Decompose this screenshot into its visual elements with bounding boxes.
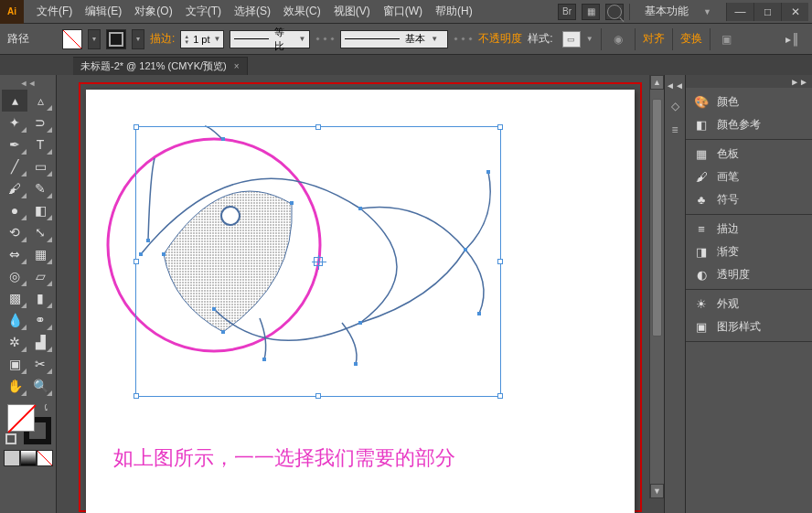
- panel-swatches[interactable]: ▦色板: [686, 143, 812, 166]
- menu-help[interactable]: 帮助(H): [430, 1, 478, 22]
- stroke-dropdown-icon[interactable]: ▾: [132, 29, 144, 49]
- symbol-sprayer-tool[interactable]: ✲: [2, 331, 27, 353]
- magic-wand-tool[interactable]: ✦: [2, 112, 27, 134]
- fill-swatch[interactable]: [62, 29, 82, 49]
- search-icon[interactable]: [605, 4, 624, 20]
- stepper-down-icon[interactable]: ▼: [184, 39, 189, 45]
- control-overflow-icon[interactable]: ▸║: [780, 33, 805, 46]
- strip-icon-2[interactable]: ≡: [667, 122, 683, 138]
- resize-handle-w[interactable]: [134, 259, 139, 264]
- scroll-up-icon[interactable]: ▲: [650, 75, 664, 90]
- resize-handle-ne[interactable]: [497, 124, 503, 130]
- menu-window[interactable]: 窗口(W): [378, 1, 428, 22]
- hand-tool[interactable]: ✋: [2, 375, 27, 397]
- stroke-label[interactable]: 描边:: [150, 31, 175, 47]
- resize-handle-nw[interactable]: [134, 124, 139, 130]
- menu-object[interactable]: 对象(O): [129, 1, 177, 22]
- menu-edit[interactable]: 编辑(E): [80, 1, 127, 22]
- pencil-tool[interactable]: ✎: [27, 177, 53, 199]
- bridge-icon[interactable]: Br: [558, 4, 576, 20]
- mesh-tool[interactable]: ▩: [2, 287, 27, 309]
- panel-symbols[interactable]: ♣符号: [686, 188, 812, 211]
- canvas-area[interactable]: 如上图所示，一一选择我们需要的部分 ▲ ▼: [57, 75, 664, 513]
- panel-color-guide[interactable]: ◧颜色参考: [686, 113, 812, 136]
- selection-tool[interactable]: ▴: [2, 90, 27, 112]
- artboard[interactable]: 如上图所示，一一选择我们需要的部分: [86, 90, 635, 513]
- brush-selector[interactable]: 基本 ▼: [340, 30, 448, 48]
- perspective-tool[interactable]: ▱: [27, 265, 53, 287]
- resize-handle-n[interactable]: [315, 124, 321, 130]
- line-tool[interactable]: ╱: [2, 155, 27, 177]
- panel-stroke[interactable]: ≡描边: [686, 218, 812, 240]
- fill-dropdown-icon[interactable]: ▾: [88, 29, 101, 49]
- resize-handle-e[interactable]: [497, 259, 503, 264]
- panel-appearance[interactable]: ☀外观: [686, 293, 812, 315]
- tools-collapse-icon[interactable]: ◄◄: [2, 79, 54, 90]
- isolate-icon[interactable]: ▣: [718, 30, 736, 48]
- vertical-scrollbar[interactable]: ▲ ▼: [649, 75, 664, 498]
- maximize-button[interactable]: □: [753, 3, 781, 21]
- free-transform-tool[interactable]: ▦: [27, 243, 53, 265]
- panel-gradient[interactable]: ◨渐变: [686, 240, 812, 263]
- tab-close-icon[interactable]: ×: [234, 61, 240, 71]
- selection-bounding-box[interactable]: [135, 126, 501, 397]
- color-mode-gradient[interactable]: [20, 450, 37, 466]
- paintbrush-tool[interactable]: 🖌: [2, 177, 27, 199]
- align-label[interactable]: 对齐: [643, 31, 665, 47]
- expand-strip-icon[interactable]: ◄◄: [666, 80, 684, 91]
- resize-handle-se[interactable]: [497, 393, 503, 399]
- arrange-docs-icon[interactable]: ▦: [582, 4, 600, 20]
- gradient-tool[interactable]: ▮: [27, 287, 53, 309]
- slice-tool[interactable]: ✂: [27, 353, 53, 375]
- eyedropper-tool[interactable]: 💧: [2, 309, 27, 331]
- panel-graphic-styles[interactable]: ▣图形样式: [686, 315, 812, 338]
- resize-handle-sw[interactable]: [134, 393, 139, 399]
- graph-tool[interactable]: ▟: [27, 331, 53, 353]
- default-fill-stroke-icon[interactable]: [5, 433, 16, 444]
- document-tab[interactable]: 未标题-2* @ 121% (CMYK/预览) ×: [73, 57, 248, 75]
- pen-tool[interactable]: ✒: [2, 134, 27, 155]
- transform-label[interactable]: 变换: [680, 31, 702, 47]
- swap-fill-stroke-icon[interactable]: ⤹: [42, 402, 49, 412]
- stroke-swatch[interactable]: [106, 29, 126, 49]
- rectangle-tool[interactable]: ▭: [27, 155, 53, 177]
- recolor-icon[interactable]: ◉: [609, 30, 627, 48]
- collapse-panels-icon[interactable]: ►►: [790, 77, 808, 87]
- resize-handle-s[interactable]: [315, 393, 321, 399]
- workspace-dropdown-icon[interactable]: ▼: [703, 7, 711, 16]
- shape-builder-tool[interactable]: ◎: [2, 265, 27, 287]
- workspace-switcher[interactable]: 基本功能: [636, 1, 698, 22]
- opacity-label[interactable]: 不透明度: [478, 31, 522, 47]
- type-tool[interactable]: T: [27, 134, 53, 155]
- menu-type[interactable]: 文字(T): [180, 1, 227, 22]
- strip-icon-1[interactable]: ◇: [667, 98, 683, 114]
- scroll-thumb[interactable]: [652, 99, 662, 337]
- fill-color-box[interactable]: [7, 404, 35, 432]
- blob-brush-tool[interactable]: ●: [2, 199, 27, 221]
- panel-brushes[interactable]: 🖌画笔: [686, 166, 812, 188]
- scale-tool[interactable]: ⤡: [27, 221, 53, 243]
- color-mode-none[interactable]: [37, 450, 53, 466]
- blend-tool[interactable]: ⚭: [27, 309, 53, 331]
- menu-effect[interactable]: 效果(C): [278, 1, 326, 22]
- panel-color[interactable]: 🎨颜色: [686, 91, 812, 113]
- width-tool[interactable]: ⇔: [2, 243, 27, 265]
- minimize-button[interactable]: —: [726, 3, 753, 21]
- stroke-weight-input[interactable]: ▲▼ 1 pt ▼: [180, 30, 224, 48]
- stroke-profile-selector[interactable]: 等比 ▼: [230, 30, 310, 48]
- artboard-tool[interactable]: ▣: [2, 353, 27, 375]
- eraser-tool[interactable]: ◧: [27, 199, 53, 221]
- menu-file[interactable]: 文件(F): [31, 1, 78, 22]
- rotate-tool[interactable]: ⟲: [2, 221, 27, 243]
- panel-transparency[interactable]: ◐透明度: [686, 263, 812, 286]
- direct-selection-tool[interactable]: ▵: [27, 90, 53, 112]
- menu-view[interactable]: 视图(V): [328, 1, 376, 22]
- menu-select[interactable]: 选择(S): [229, 1, 276, 22]
- lasso-tool[interactable]: ⊃: [27, 112, 53, 134]
- scroll-down-icon[interactable]: ▼: [650, 484, 664, 498]
- close-button[interactable]: ✕: [781, 3, 808, 21]
- dropdown-icon[interactable]: ▼: [213, 35, 220, 43]
- style-thumb[interactable]: ▭: [562, 31, 581, 48]
- zoom-tool[interactable]: 🔍: [27, 375, 53, 397]
- color-mode-solid[interactable]: [4, 450, 20, 466]
